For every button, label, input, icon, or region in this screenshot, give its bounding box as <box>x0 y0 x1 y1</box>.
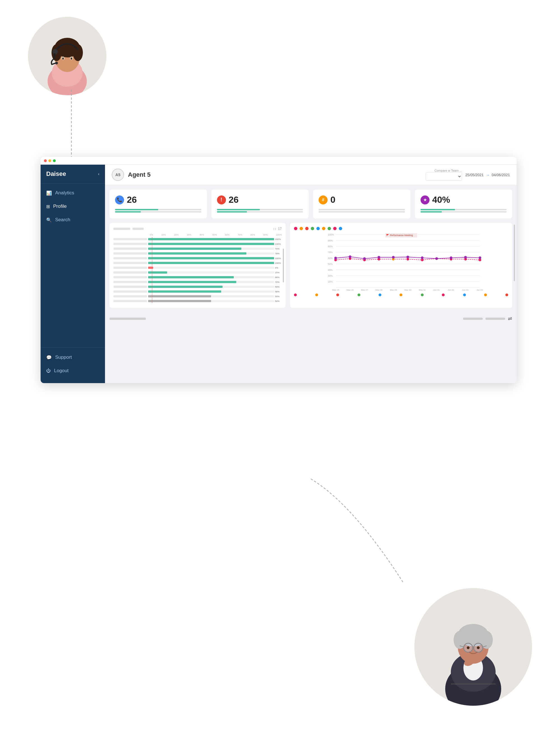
bar-row-1: 74% <box>114 247 282 251</box>
bar-row-3b: 15% <box>114 271 282 274</box>
svg-text:60%: 60% <box>328 257 333 260</box>
charts-row: ↕↕ 17 0%10%20%30%40%50%60%70%80%90%100% <box>105 218 516 312</box>
brand-name: Daisee <box>46 170 66 178</box>
sidebar-label-support: Support <box>55 354 72 360</box>
sidebar-label-search: Search <box>55 217 70 223</box>
svg-text:100%: 100% <box>328 233 334 236</box>
bottom-right: ⇌ <box>463 316 512 322</box>
stat-card-hashtag: # 0 <box>313 190 411 218</box>
bar-row-5b: 58% <box>114 289 282 293</box>
team-dropdown[interactable] <box>426 172 462 181</box>
hashtag-value: 0 <box>330 195 336 205</box>
dot-legend <box>294 227 342 230</box>
svg-rect-13 <box>54 53 56 59</box>
score-value: 40% <box>432 195 450 205</box>
bar-chart-title-row: ↕↕ 17 <box>114 227 282 231</box>
line-dot-2 <box>363 257 366 260</box>
stat-card-alerts: ! 26 <box>211 190 309 218</box>
score-bar2 <box>421 211 442 213</box>
sidebar-item-support[interactable]: 💬 Support <box>41 351 105 364</box>
filter-bar-1 <box>463 318 483 320</box>
bar-row-5: 59% <box>114 285 282 289</box>
svg-text:70%: 70% <box>328 251 333 254</box>
svg-text:40%: 40% <box>328 269 333 271</box>
window-chrome <box>41 157 516 165</box>
svg-point-63 <box>467 646 470 649</box>
sidebar-bottom: 💬 Support ⏻ Logout <box>41 347 105 383</box>
agent-identity: A5 Agent 5 <box>112 169 151 181</box>
line-dot-2 <box>421 257 424 259</box>
scrollbar-track[interactable] <box>514 224 515 281</box>
date-end: 04/06/2021 <box>492 173 510 177</box>
hashtag-icon: # <box>319 196 328 204</box>
bottom-dot <box>336 293 339 296</box>
bar-row-6: 50% <box>114 294 282 298</box>
bar-row-2: 100% <box>114 256 282 260</box>
chrome-minimize[interactable] <box>49 159 51 162</box>
sort-icon[interactable]: ↕↕ <box>273 227 276 231</box>
bottom-dot <box>505 293 508 296</box>
bar-row-2b: 100% <box>114 261 282 265</box>
line-dot-2 <box>392 256 395 259</box>
svg-point-64 <box>477 646 480 649</box>
reference-line <box>152 237 152 303</box>
svg-text:May 27: May 27 <box>361 289 368 291</box>
bar-row-6b: 50% <box>114 299 282 303</box>
agent-photo-top <box>28 17 107 95</box>
sidebar-nav: 📊 Analytics ⊞ Profile 🔍 Search <box>41 184 105 347</box>
chrome-close[interactable] <box>44 159 47 162</box>
alerts-bar2 <box>217 211 247 213</box>
sidebar-item-logout[interactable]: ⏻ Logout <box>41 364 105 378</box>
search-icon: 🔍 <box>46 217 52 223</box>
svg-text:80%: 80% <box>328 245 333 248</box>
analytics-icon: 📊 <box>46 190 52 196</box>
sidebar-brand: Daisee ‹ <box>41 165 105 184</box>
sidebar-item-analytics[interactable]: 📊 Analytics <box>41 186 105 200</box>
filter-icon[interactable]: ⇌ <box>508 316 512 322</box>
bar-row-0: 100% <box>114 237 282 241</box>
chrome-maximize[interactable] <box>53 159 56 162</box>
header-bar: A5 Agent 5 Compare w Team ... 25/05/2021… <box>105 165 516 185</box>
line-dot-2 <box>334 257 337 260</box>
scroll-indicator[interactable] <box>283 249 284 282</box>
score-bar <box>421 209 455 210</box>
legend-dot-7 <box>328 227 331 230</box>
legend-dot-9 <box>339 227 342 230</box>
bottom-dot <box>378 293 381 296</box>
bar-row-1b: 78% <box>114 252 282 255</box>
agent-photo-bottom <box>414 588 532 706</box>
bottom-dot-row <box>294 292 508 297</box>
svg-text:20%: 20% <box>328 280 333 283</box>
bar-chart-x-labels: 0%10%20%30%40%50%60%70%80%90%100% <box>114 233 282 236</box>
bottom-dot <box>358 293 360 296</box>
sidebar-item-profile[interactable]: ⊞ Profile <box>41 200 105 213</box>
line-dot-2 <box>464 256 467 259</box>
date-range: 25/05/2021 → 04/06/2021 <box>465 173 510 177</box>
line-dot-2 <box>435 257 438 260</box>
legend-dot-8 <box>333 227 337 230</box>
bar-chart-controls: ↕↕ 17 <box>273 227 282 231</box>
sidebar-item-search[interactable]: 🔍 Search <box>41 213 105 226</box>
calls-icon: 📞 <box>115 196 124 204</box>
main-content: A5 Agent 5 Compare w Team ... 25/05/2021… <box>105 165 516 383</box>
alerts-bar <box>217 209 260 210</box>
bottom-dot <box>442 293 445 296</box>
line-chart-header <box>294 227 508 230</box>
date-arrow: → <box>486 173 489 177</box>
svg-point-11 <box>71 57 72 60</box>
sidebar-collapse-button[interactable]: ‹ <box>98 172 99 176</box>
bar-row-3: 4% <box>114 266 282 270</box>
bottom-dot <box>484 293 487 296</box>
legend-dot-4 <box>311 227 314 230</box>
calls-value: 26 <box>127 195 137 205</box>
line-dot-2 <box>378 256 380 259</box>
line-dot-2 <box>450 257 452 259</box>
filter-bar-2 <box>486 318 505 320</box>
line-dot-2 <box>479 257 481 259</box>
bar-row-4b: 70% <box>114 280 282 284</box>
svg-point-10 <box>62 57 64 60</box>
calls-bar2 <box>115 211 141 213</box>
logout-icon: ⏻ <box>46 368 51 373</box>
stats-row: 📞 26 ! 26 <box>105 185 516 218</box>
chart-label-bar1 <box>114 228 130 230</box>
